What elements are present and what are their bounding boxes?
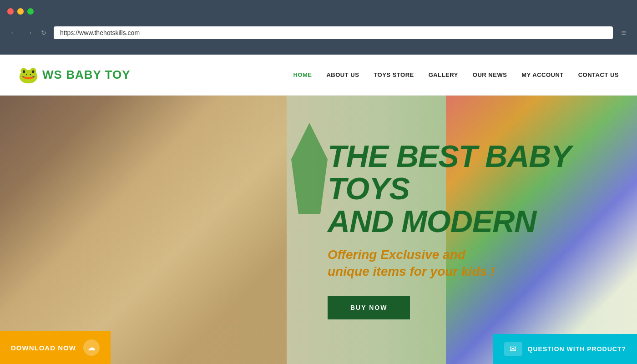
browser-menu-icon[interactable]: ≡ (617, 26, 630, 40)
question-icon: ✉ (504, 342, 522, 356)
logo-icon: 🐸 (18, 66, 39, 85)
refresh-button[interactable]: ↻ (38, 27, 49, 39)
browser-toolbar: ← → ↻ ≡ (0, 23, 637, 43)
download-label: DOWNLOAD NOW (11, 344, 76, 352)
forward-button[interactable]: → (23, 27, 35, 39)
website-content: 🐸 WS BABY TOY HOME ABOUT US TOYS STORE G… (0, 55, 637, 364)
browser-chrome: ← → ↻ ≡ (0, 0, 637, 55)
site-header: 🐸 WS BABY TOY HOME ABOUT US TOYS STORE G… (0, 55, 637, 96)
hero-subtitle-line1: Offering Exclusive and (328, 248, 465, 262)
logo-name: BABY TOY (66, 68, 130, 81)
maximize-button-dot[interactable] (27, 8, 34, 15)
hero-title-line2: AND MODERN (328, 204, 536, 238)
address-bar[interactable] (54, 26, 613, 39)
traffic-lights (7, 8, 34, 15)
question-bar[interactable]: ✉ QUESTION WITH PRODUCT? (493, 334, 637, 364)
nav-item-toys[interactable]: TOYS STORE (374, 71, 414, 78)
nav-item-contact[interactable]: CONTACT US (578, 71, 619, 78)
nav-item-home[interactable]: HOME (293, 71, 312, 78)
minimize-button-dot[interactable] (17, 8, 24, 15)
nav-item-gallery[interactable]: GALLERY (429, 71, 458, 78)
hero-subtitle-line2: unique items for your kids ! (328, 264, 495, 278)
hero-title: THE BEST BABY TOYS AND MODERN (328, 140, 601, 238)
back-button[interactable]: ← (7, 27, 20, 39)
nav-item-news[interactable]: OUR NEWS (473, 71, 507, 78)
hero-section: THE BEST BABY TOYS AND MODERN Offering E… (0, 96, 637, 364)
download-icon: ☁ (83, 339, 100, 356)
nav-item-account[interactable]: MY ACCOUNT (521, 71, 563, 78)
hero-content: THE BEST BABY TOYS AND MODERN Offering E… (328, 140, 601, 319)
question-label: QUESTION WITH PRODUCT? (528, 345, 626, 353)
download-bar[interactable]: DOWNLOAD NOW ☁ (0, 331, 111, 364)
buy-now-button[interactable]: BUY NOW (328, 296, 410, 319)
logo-prefix: WS (42, 68, 62, 81)
logo: 🐸 WS BABY TOY (18, 66, 131, 85)
hero-title-line1: THE BEST BABY TOYS (328, 139, 571, 206)
logo-text: WS BABY TOY (42, 68, 131, 82)
browser-titlebar (0, 0, 637, 23)
hero-subtitle: Offering Exclusive and unique items for … (328, 247, 601, 280)
close-button-dot[interactable] (7, 8, 14, 15)
nav-item-about[interactable]: ABOUT US (326, 71, 359, 78)
site-nav: HOME ABOUT US TOYS STORE GALLERY OUR NEW… (293, 71, 619, 78)
nav-buttons: ← → ↻ (7, 27, 49, 39)
